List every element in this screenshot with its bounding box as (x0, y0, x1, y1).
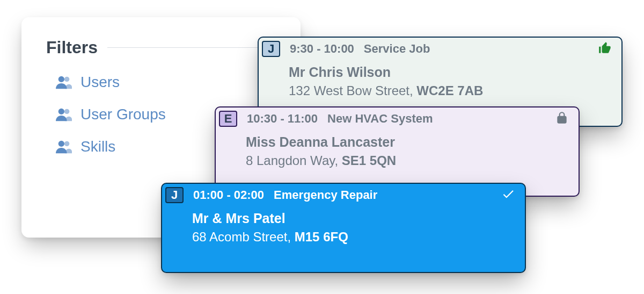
job-type-badge: J (165, 187, 184, 203)
address-line: 132 West Bow Street, (289, 83, 416, 98)
users-icon (56, 107, 72, 121)
lock-icon (555, 111, 569, 125)
customer-name: Miss Deanna Lancaster (246, 132, 567, 152)
svg-point-1 (64, 77, 69, 82)
svg-point-4 (58, 141, 64, 147)
svg-point-5 (64, 141, 69, 146)
svg-point-2 (58, 109, 64, 114)
address-line: 68 Acomb Street, (192, 230, 295, 244)
address-postal: M15 6FQ (295, 230, 348, 244)
svg-point-0 (58, 76, 64, 82)
job-title: New HVAC System (327, 112, 433, 126)
filter-item-users[interactable]: Users (56, 74, 276, 91)
customer-name: Mr Chris Wilson (289, 62, 610, 82)
job-title: Emergency Repair (274, 188, 377, 202)
customer-name: Mr & Mrs Patel (192, 209, 513, 228)
users-icon (56, 75, 72, 89)
job-card-header: J 01:00 - 02:00 Emergency Repair (162, 184, 525, 204)
job-time: 10:30 - 11:00 (247, 112, 318, 126)
filters-header: Filters (46, 38, 276, 58)
thumbs-up-icon (598, 41, 612, 55)
job-card-body: Miss Deanna Lancaster 8 Langdon Way, SE1… (216, 128, 579, 180)
address-line: 8 Langdon Way, (246, 153, 342, 168)
customer-address: 8 Langdon Way, SE1 5QN (246, 152, 567, 170)
filters-title-divider (107, 47, 276, 48)
check-icon (501, 187, 515, 201)
job-type-badge: E (219, 111, 237, 127)
job-card-body: Mr Chris Wilson 132 West Bow Street, WC2… (259, 58, 621, 110)
address-postal: WC2E 7AB (416, 83, 483, 98)
svg-point-3 (64, 109, 69, 114)
job-time: 01:00 - 02:00 (193, 188, 264, 202)
job-card-emergency[interactable]: J 01:00 - 02:00 Emergency Repair Mr & Mr… (161, 183, 526, 273)
customer-address: 68 Acomb Street, M15 6FQ (192, 228, 513, 247)
job-card-body: Mr & Mrs Patel 68 Acomb Street, M15 6FQ (162, 204, 525, 256)
filter-item-label: User Groups (80, 106, 166, 123)
users-icon (56, 140, 72, 154)
job-type-badge: J (262, 41, 280, 57)
job-time: 9:30 - 10:00 (290, 42, 354, 56)
customer-address: 132 West Bow Street, WC2E 7AB (289, 82, 610, 101)
filter-item-label: Skills (80, 138, 115, 155)
address-postal: SE1 5QN (342, 153, 396, 168)
filter-item-label: Users (80, 74, 120, 91)
job-card-header: E 10:30 - 11:00 New HVAC System (216, 107, 579, 128)
filters-title: Filters (46, 38, 98, 58)
job-card-header: J 9:30 - 10:00 Service Job (259, 38, 621, 58)
job-title: Service Job (364, 42, 430, 56)
